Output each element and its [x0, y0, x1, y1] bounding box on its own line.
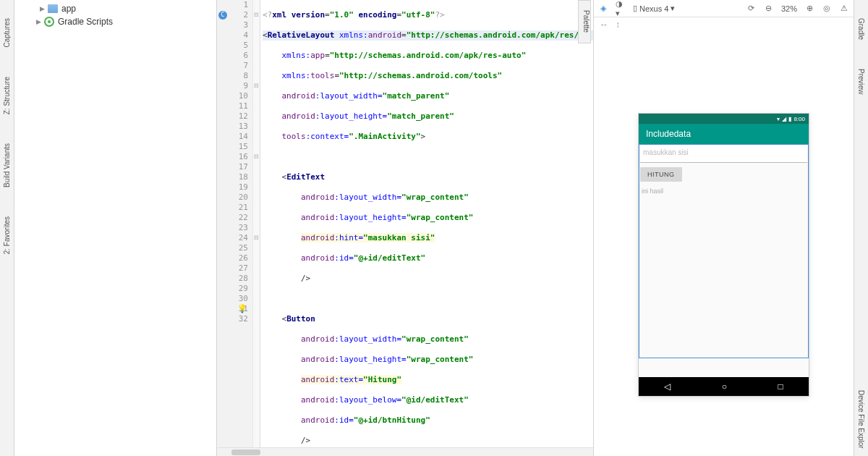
- tree-label: Gradle Scripts: [58, 17, 113, 27]
- refresh-icon[interactable]: ⟳: [746, 4, 757, 14]
- line-number: 23: [217, 223, 248, 233]
- line-number: 16: [217, 152, 248, 162]
- pan-vertical-icon: ↕: [616, 20, 620, 30]
- device-label: Nexus 4: [639, 4, 668, 13]
- line-number: 11: [217, 101, 248, 111]
- project-tree[interactable]: ▶ app ▶ Gradle Scripts: [14, 0, 217, 456]
- line-number: 27: [217, 263, 248, 274]
- layout-body[interactable]: masukkan sisi HITUNG ini hasil: [639, 144, 809, 377]
- line-number: 19: [217, 182, 248, 193]
- preview-canvas[interactable]: ▾ ◢ ▮ 8:00 Includedata masukkan sisi HIT…: [594, 32, 854, 456]
- line-number: 30: [217, 294, 248, 304]
- right-tool-tabs: Gradle Preview Device File Explor: [854, 0, 868, 456]
- line-number: 21: [217, 203, 248, 213]
- line-number: 8: [217, 71, 248, 81]
- chevron-down-icon: ▾: [671, 4, 675, 13]
- signal-icon: ◢: [782, 116, 786, 122]
- preview-edittext[interactable]: masukkan sisi: [640, 145, 807, 163]
- favorites-tab[interactable]: 2: Favorites: [3, 216, 11, 254]
- line-number: 12: [217, 111, 248, 122]
- fold-column[interactable]: ⊟⊟⊟⊟: [253, 0, 260, 456]
- preview-textview-result: ini hasil: [640, 186, 807, 196]
- device-file-explorer-tab[interactable]: Device File Explor: [857, 390, 865, 449]
- class-icon: C: [218, 11, 227, 20]
- eye-icon[interactable]: ◑ ▾: [616, 4, 626, 14]
- layout-preview-panel: ◈ ◑ ▾ ▯ Nexus 4 ▾ ⟳ ⊖ 32% ⊕ ◎ ⚠ ↔↕ ▾ ◢ ▮…: [593, 0, 854, 456]
- nav-bar: ◁ ○ □: [639, 377, 809, 396]
- chevron-right-icon: ▶: [40, 5, 45, 12]
- left-tool-tabs: Captures Z: Structure Build Variants 2: …: [0, 0, 14, 456]
- back-icon: ◁: [664, 381, 671, 392]
- zoom-out-icon[interactable]: ⊖: [764, 4, 774, 14]
- zoom-fit-icon[interactable]: ◎: [822, 4, 832, 14]
- line-number: 10: [217, 91, 248, 101]
- line-number: 1: [217, 0, 248, 10]
- warning-icon[interactable]: ⚠: [839, 4, 849, 14]
- editor-gutter[interactable]: C 1 2 3 4 5 6 7 8 9 10 11 12 13 14 15 16…: [217, 0, 253, 456]
- line-number: 4: [217, 30, 248, 41]
- line-number: 22: [217, 213, 248, 223]
- line-number: 17: [217, 162, 248, 172]
- line-number: 15: [217, 142, 248, 152]
- line-number: 3: [217, 20, 248, 30]
- phone-icon: ▯: [633, 4, 637, 13]
- layers-icon[interactable]: ◈: [598, 4, 608, 14]
- pan-controls[interactable]: ↔↕: [594, 17, 854, 32]
- battery-icon: ▮: [788, 116, 791, 122]
- preview-toolbar: ◈ ◑ ▾ ▯ Nexus 4 ▾ ⟳ ⊖ 32% ⊕ ◎ ⚠: [594, 0, 854, 17]
- device-frame: ▾ ◢ ▮ 8:00 Includedata masukkan sisi HIT…: [639, 114, 809, 396]
- line-number: 25: [217, 243, 248, 253]
- scroll-thumb[interactable]: [231, 449, 260, 455]
- line-number: 29: [217, 284, 248, 294]
- status-bar: ▾ ◢ ▮ 8:00: [639, 114, 809, 124]
- line-number: 14: [217, 132, 248, 142]
- line-number: 9: [217, 81, 248, 91]
- recents-icon: □: [778, 381, 783, 392]
- code-editor[interactable]: <?xml version="1.0" encoding="utf-8"?> <…: [260, 0, 593, 456]
- preview-tab[interactable]: Preview: [857, 69, 865, 95]
- home-icon: ○: [722, 381, 727, 392]
- line-number: 6: [217, 51, 248, 61]
- structure-tab[interactable]: Z: Structure: [3, 77, 11, 114]
- line-number: 7: [217, 61, 248, 71]
- captures-tab[interactable]: Captures: [3, 18, 11, 48]
- gradle-icon: [44, 17, 54, 27]
- line-number: 18: [217, 172, 248, 182]
- zoom-level: 32%: [781, 4, 797, 13]
- device-selector[interactable]: ▯ Nexus 4 ▾: [633, 4, 675, 13]
- palette-tab[interactable]: Palette: [578, 0, 591, 43]
- tree-label: app: [61, 4, 76, 14]
- line-number: 24: [217, 233, 248, 243]
- gradle-tab[interactable]: Gradle: [857, 18, 865, 40]
- wifi-icon: ▾: [777, 116, 780, 122]
- line-number: 28: [217, 274, 248, 284]
- preview-button-hitung[interactable]: HITUNG: [640, 167, 682, 182]
- horizontal-scrollbar[interactable]: [217, 447, 593, 456]
- build-variants-tab[interactable]: Build Variants: [3, 143, 11, 187]
- app-bar: Includedata: [639, 124, 809, 144]
- line-number: 13: [217, 122, 248, 132]
- chevron-right-icon: ▶: [36, 18, 41, 25]
- line-number: 20: [217, 193, 248, 203]
- line-number: 32: [217, 314, 248, 324]
- line-number: 26: [217, 253, 248, 263]
- pan-horizontal-icon: ↔: [600, 20, 608, 30]
- status-time: 8:00: [793, 116, 805, 122]
- line-number: 5: [217, 41, 248, 51]
- folder-icon: [48, 4, 58, 13]
- intention-bulb-icon[interactable]: 💡: [237, 304, 247, 314]
- tree-item-gradle[interactable]: ▶ Gradle Scripts: [14, 15, 216, 28]
- tree-item-app[interactable]: ▶ app: [14, 2, 216, 15]
- zoom-in-icon[interactable]: ⊕: [804, 4, 814, 14]
